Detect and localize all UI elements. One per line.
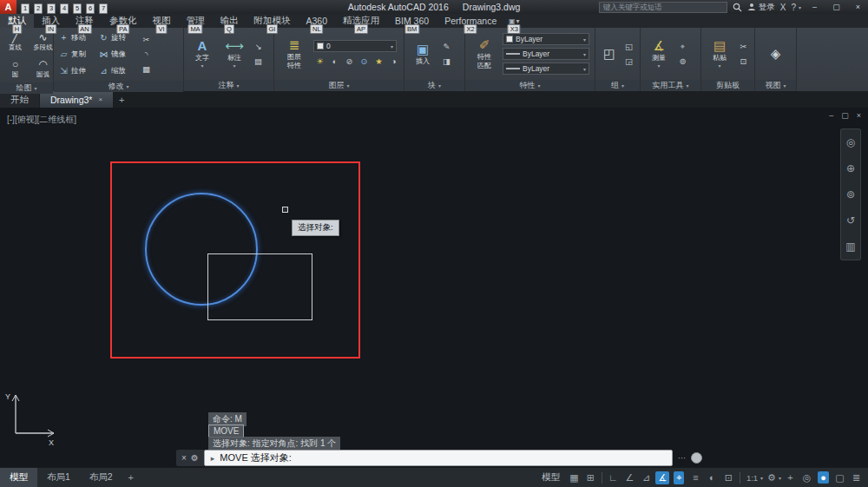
- help-button[interactable]: ?▾: [791, 3, 801, 12]
- tab-manage[interactable]: 管理MA: [179, 14, 213, 28]
- fillet-button[interactable]: ◝: [140, 48, 153, 61]
- group-button[interactable]: ◰: [599, 47, 620, 62]
- polar-tracking-toggle[interactable]: ∠: [621, 468, 638, 487]
- leader-button[interactable]: ↘: [252, 40, 265, 53]
- group-manager-button[interactable]: ◲: [622, 55, 635, 68]
- osnap-tracking-toggle[interactable]: ∡: [654, 468, 671, 487]
- match-properties-button[interactable]: ✐ 特性 匹配: [469, 38, 500, 70]
- line-button[interactable]: ╱直线: [3, 32, 27, 52]
- autocad-app-logo[interactable]: A: [0, 0, 16, 14]
- layer-new-button[interactable]: ★: [372, 55, 385, 68]
- measure-button[interactable]: ∡测量▾: [644, 39, 674, 69]
- layer-color-button[interactable]: ⊙: [358, 55, 371, 68]
- ortho-toggle[interactable]: ∟: [605, 468, 621, 487]
- arc-button[interactable]: ◠圆弧: [30, 59, 56, 79]
- view-base-button[interactable]: ◈: [761, 47, 791, 62]
- open-button[interactable]: ▭2: [32, 0, 45, 14]
- group-edit-button[interactable]: ◱: [622, 40, 635, 53]
- annotation-autoscale-toggle[interactable]: +: [782, 468, 799, 487]
- tab-annotate[interactable]: 注释AN: [68, 14, 102, 28]
- panel-label-draw[interactable]: 绘图▾: [0, 82, 53, 94]
- circle-button[interactable]: ○圆: [3, 59, 27, 79]
- viewport-controls-label[interactable]: [-][俯视][二维线框]: [7, 114, 76, 126]
- close-tab-icon[interactable]: ×: [98, 95, 102, 103]
- annotation-scale-button[interactable]: 1:1▾: [743, 468, 764, 487]
- isolate-objects-button[interactable]: ◎: [799, 468, 815, 487]
- close-button[interactable]: ×: [850, 0, 866, 14]
- layout-tab-layout1[interactable]: 布局1: [37, 468, 80, 487]
- panel-label-layers[interactable]: 图层▾: [274, 80, 404, 91]
- trim-button[interactable]: ✂: [140, 33, 153, 46]
- new-layout-button[interactable]: +: [122, 468, 140, 487]
- drawing-restore-button[interactable]: ▢: [841, 111, 849, 120]
- minimize-button[interactable]: –: [806, 0, 823, 14]
- table-button[interactable]: ▤: [252, 55, 265, 68]
- copy-clip-button[interactable]: ⊡: [737, 55, 750, 68]
- layer-off-button[interactable]: ◑: [387, 55, 400, 68]
- tab-addins[interactable]: 附加模块GI: [247, 14, 299, 28]
- array-button[interactable]: ▦: [140, 63, 153, 76]
- transparency-toggle[interactable]: ◐: [704, 468, 720, 487]
- snap-mode-toggle[interactable]: ⊞: [582, 468, 599, 487]
- quick-select-button[interactable]: ⌖: [676, 40, 689, 53]
- drawing-minimize-button[interactable]: –: [829, 111, 833, 120]
- close-command-line-icon[interactable]: ×: [181, 453, 187, 463]
- customization-menu-button[interactable]: ≣: [848, 468, 865, 487]
- drawing-close-button[interactable]: ×: [857, 111, 861, 120]
- layout-tab-layout2[interactable]: 布局2: [80, 468, 122, 487]
- insert-block-button[interactable]: ▣插入: [408, 43, 437, 66]
- panel-label-modify[interactable]: 修改▾: [54, 81, 183, 92]
- osnap-toggle[interactable]: ⌖: [671, 468, 687, 487]
- tab-a360[interactable]: A360NL: [299, 14, 336, 28]
- tab-output[interactable]: 输出Q: [213, 14, 247, 28]
- restore-button[interactable]: ▢: [828, 0, 845, 14]
- showmotion-icon[interactable]: ▥: [845, 240, 855, 253]
- model-space-toggle[interactable]: 模型: [542, 471, 560, 484]
- cut-button[interactable]: ✂: [737, 40, 750, 53]
- pan-icon[interactable]: ⊕: [846, 162, 855, 174]
- command-line-handle[interactable]: [691, 452, 702, 464]
- quick-calc-button[interactable]: ⊚: [676, 55, 689, 68]
- copy-button[interactable]: ▱复制: [57, 46, 97, 63]
- object-color-dropdown[interactable]: ByLayer ▾: [503, 33, 589, 45]
- grid-toggle[interactable]: ▦: [566, 468, 582, 487]
- command-line-grip-icon[interactable]: ⋯: [678, 453, 687, 463]
- rectangle-entity[interactable]: [207, 253, 312, 320]
- layer-freeze-button[interactable]: ◐: [328, 55, 341, 68]
- tab-bim360[interactable]: BIM 360BM: [387, 14, 437, 28]
- polyline-button[interactable]: ∿多段线: [30, 32, 56, 52]
- linetype-dropdown[interactable]: ByLayer ▾: [503, 63, 589, 75]
- lineweight-dropdown[interactable]: ByLayer ▾: [503, 48, 589, 60]
- tab-home[interactable]: 默认H: [0, 14, 34, 28]
- isodraft-toggle[interactable]: ⊿: [638, 468, 654, 487]
- redo-button[interactable]: ↷6: [84, 0, 97, 14]
- zoom-icon[interactable]: ⊚: [846, 188, 855, 201]
- orbit-icon[interactable]: ↺: [846, 214, 855, 227]
- full-navigation-wheel-icon[interactable]: ◎: [846, 136, 855, 148]
- stretch-button[interactable]: ⇲拉伸: [57, 63, 97, 79]
- save-button[interactable]: ▣3: [45, 0, 58, 14]
- signin-button[interactable]: 登录: [747, 2, 775, 13]
- panel-label-view[interactable]: 视图▾: [755, 80, 796, 91]
- paste-button[interactable]: ▤粘贴▾: [705, 39, 734, 69]
- layer-properties-button[interactable]: ≣ 图层 特性: [278, 38, 311, 70]
- new-drawing-tab-button[interactable]: +: [114, 91, 129, 108]
- search-input[interactable]: [599, 2, 727, 13]
- panel-label-clipboard[interactable]: 剪贴板: [701, 80, 754, 91]
- layer-on-button[interactable]: ☀: [313, 55, 326, 68]
- tab-parametric[interactable]: 参数化PA: [102, 14, 145, 28]
- undo-button[interactable]: ↶5: [71, 0, 84, 14]
- lineweight-toggle[interactable]: ≡: [687, 468, 704, 487]
- command-input[interactable]: ▸ MOVE 选择对象:: [204, 450, 673, 466]
- dimension-button[interactable]: ⟷标注▾: [220, 39, 249, 69]
- qat-menu-button[interactable]: ▾7: [97, 0, 110, 14]
- exchange-apps-icon[interactable]: X: [780, 3, 786, 12]
- panel-label-properties[interactable]: 特性▾: [465, 80, 595, 91]
- mirror-button[interactable]: ⋈镜像: [97, 46, 137, 63]
- panel-label-annotation[interactable]: 注释▾: [184, 80, 273, 91]
- tab-insert[interactable]: 插入IN: [34, 14, 68, 28]
- clean-screen-toggle[interactable]: ▢: [832, 468, 848, 487]
- customize-wrench-icon[interactable]: ⚙: [191, 453, 199, 463]
- search-icon[interactable]: [733, 3, 742, 12]
- panel-label-block[interactable]: 块▾: [404, 80, 464, 91]
